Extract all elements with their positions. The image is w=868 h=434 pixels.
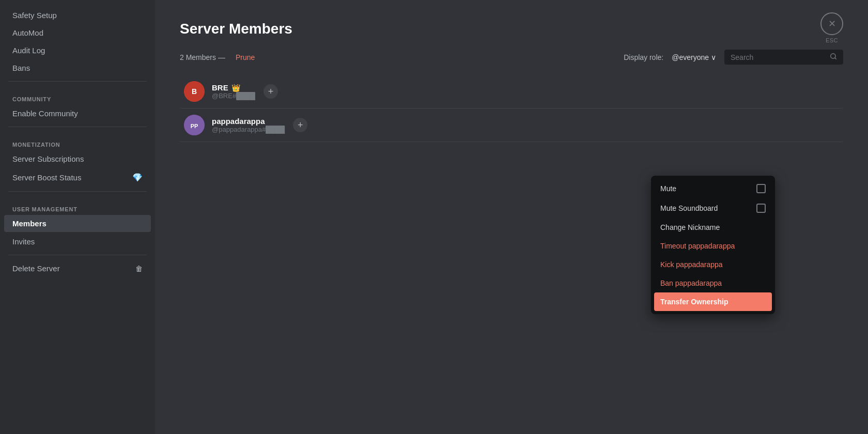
sidebar-item-enable-community[interactable]: Enable Community — [4, 105, 151, 122]
page-title: Server Members — [180, 21, 843, 37]
mute-checkbox[interactable] — [756, 184, 766, 193]
context-menu-item-transfer-ownership[interactable]: Transfer Ownership — [654, 292, 772, 311]
members-count: 2 Members — — [180, 53, 225, 61]
sidebar-item-safety-setup[interactable]: Safety Setup — [4, 7, 151, 24]
add-role-button[interactable]: + — [293, 118, 307, 132]
divider-monetization — [8, 127, 147, 127]
members-list: B BRE 👑 @BRE#████ + PP — [180, 75, 843, 142]
section-label-monetization: MONETIZATION — [4, 133, 151, 150]
search-icon — [830, 53, 837, 61]
sidebar-item-server-subscriptions[interactable]: Server Subscriptions — [4, 150, 151, 167]
context-menu-item-kick[interactable]: Kick pappadarappa — [654, 255, 772, 274]
add-role-button[interactable]: + — [264, 84, 278, 99]
sidebar-item-bans[interactable]: Bans — [4, 59, 151, 76]
sidebar: Safety Setup AutoMod Audit Log Bans COMM… — [0, 0, 155, 434]
member-tag: @pappadarappa#████ — [212, 126, 285, 133]
avatar: B — [184, 81, 205, 102]
plus-icon: + — [298, 120, 303, 131]
divider-user-management — [8, 191, 147, 192]
sidebar-item-members[interactable]: Members — [4, 215, 151, 232]
role-dropdown[interactable]: @everyone ∨ — [668, 51, 720, 64]
sidebar-top-items: Safety Setup AutoMod Audit Log Bans — [0, 6, 155, 77]
member-info: pappadarappa @pappadarappa#████ — [212, 117, 285, 133]
context-menu: Mute Mute Soundboard Change Nickname Tim… — [651, 176, 775, 314]
divider-community — [8, 81, 147, 82]
pappa-avatar-image: PP — [184, 115, 205, 135]
prune-link[interactable]: Prune — [236, 53, 255, 61]
close-circle[interactable]: ✕ — [820, 12, 843, 35]
crown-icon: 👑 — [231, 84, 240, 92]
section-label-user-management: USER MANAGEMENT — [4, 198, 151, 214]
divider-bottom — [8, 255, 147, 255]
member-name: BRE 👑 — [212, 83, 255, 92]
avatar: PP — [184, 115, 205, 135]
section-label-community: COMMUNITY — [4, 88, 151, 104]
sidebar-item-automod[interactable]: AutoMod — [4, 24, 151, 41]
member-info: BRE 👑 @BRE#████ — [212, 83, 255, 100]
sidebar-item-audit-log[interactable]: Audit Log — [4, 42, 151, 59]
context-menu-item-mute[interactable]: Mute — [654, 179, 772, 198]
trash-icon: 🗑 — [135, 265, 143, 273]
sidebar-item-server-boost-status[interactable]: Server Boost Status 💎 — [4, 168, 151, 187]
context-menu-item-mute-soundboard[interactable]: Mute Soundboard — [654, 198, 772, 218]
member-name: pappadarappa — [212, 117, 285, 126]
member-tag: @BRE#████ — [212, 92, 255, 100]
search-box — [724, 50, 843, 65]
context-menu-item-ban[interactable]: Ban pappadarappa — [654, 274, 772, 292]
svg-text:PP: PP — [191, 123, 198, 129]
plus-icon: + — [268, 86, 274, 97]
chevron-down-icon: ∨ — [711, 53, 716, 61]
search-input[interactable] — [731, 53, 826, 61]
bre-avatar-image: B — [184, 81, 205, 102]
svg-text:B: B — [192, 87, 197, 96]
display-role-section: Display role: @everyone ∨ — [624, 50, 843, 65]
main-content: ✕ ESC Server Members 2 Members — Prune D… — [155, 0, 868, 434]
members-header: 2 Members — Prune Display role: @everyon… — [180, 50, 843, 65]
context-menu-item-change-nickname[interactable]: Change Nickname — [654, 218, 772, 237]
display-role-label: Display role: — [624, 53, 663, 61]
sidebar-item-delete-server[interactable]: Delete Server 🗑 — [4, 260, 151, 277]
boost-icon: 💎 — [132, 173, 143, 182]
esc-label: ESC — [826, 37, 838, 43]
context-menu-item-timeout[interactable]: Timeout pappadarappa — [654, 237, 772, 255]
table-row[interactable]: PP pappadarappa @pappadarappa#████ + — [180, 109, 843, 142]
svg-line-1 — [835, 58, 836, 59]
table-row[interactable]: B BRE 👑 @BRE#████ + — [180, 75, 843, 109]
sidebar-item-invites[interactable]: Invites — [4, 233, 151, 250]
esc-button[interactable]: ✕ ESC — [820, 12, 843, 43]
mute-soundboard-checkbox[interactable] — [756, 204, 766, 213]
close-icon: ✕ — [828, 18, 836, 29]
